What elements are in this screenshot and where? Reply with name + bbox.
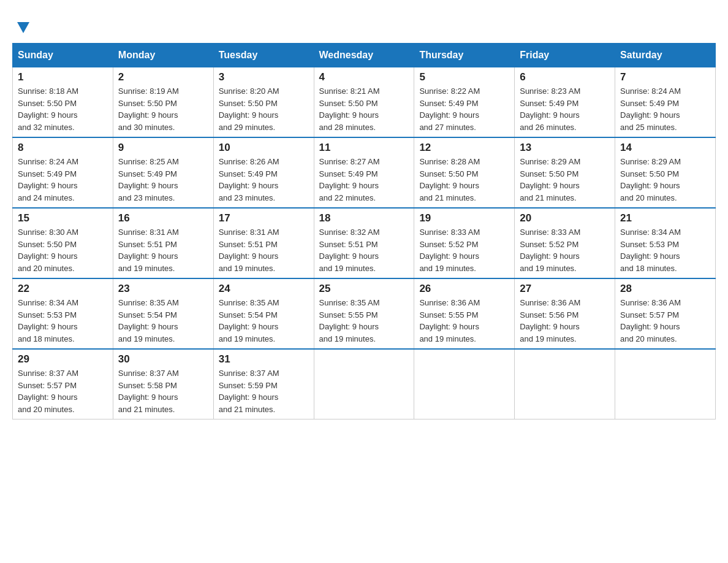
header-friday: Friday xyxy=(515,44,615,67)
table-row: 21 Sunrise: 8:34 AM Sunset: 5:53 PM Dayl… xyxy=(615,208,716,278)
day-info: Sunrise: 8:31 AM Sunset: 5:51 PM Dayligh… xyxy=(219,226,309,274)
logo-arrow-icon xyxy=(15,20,32,37)
daylight2-text: and 21 minutes. xyxy=(219,405,276,414)
header-thursday: Thursday xyxy=(414,44,515,67)
daylight2-text: and 28 minutes. xyxy=(319,123,376,132)
table-row: 30 Sunrise: 8:37 AM Sunset: 5:58 PM Dayl… xyxy=(113,349,213,419)
table-row: 20 Sunrise: 8:33 AM Sunset: 5:52 PM Dayl… xyxy=(515,208,615,278)
day-info: Sunrise: 8:35 AM Sunset: 5:54 PM Dayligh… xyxy=(219,297,309,345)
table-row: 28 Sunrise: 8:36 AM Sunset: 5:57 PM Dayl… xyxy=(615,278,716,349)
day-info: Sunrise: 8:24 AM Sunset: 5:49 PM Dayligh… xyxy=(18,156,108,204)
table-row: 12 Sunrise: 8:28 AM Sunset: 5:50 PM Dayl… xyxy=(414,137,515,208)
daylight2-text: and 27 minutes. xyxy=(419,123,476,132)
day-number: 27 xyxy=(520,283,610,295)
daylight2-text: and 18 minutes. xyxy=(18,334,75,343)
daylight-text: Daylight: 9 hours xyxy=(319,251,379,261)
daylight-text: Daylight: 9 hours xyxy=(520,110,580,120)
day-info: Sunrise: 8:26 AM Sunset: 5:49 PM Dayligh… xyxy=(219,156,309,204)
day-number: 3 xyxy=(219,71,309,83)
table-row: 19 Sunrise: 8:33 AM Sunset: 5:52 PM Dayl… xyxy=(414,208,515,278)
calendar-week-row: 8 Sunrise: 8:24 AM Sunset: 5:49 PM Dayli… xyxy=(13,137,716,208)
daylight-text: Daylight: 9 hours xyxy=(18,181,78,190)
daylight2-text: and 23 minutes. xyxy=(118,193,175,202)
daylight2-text: and 21 minutes. xyxy=(118,405,175,414)
daylight2-text: and 20 minutes. xyxy=(18,264,75,273)
table-row: 1 Sunrise: 8:18 AM Sunset: 5:50 PM Dayli… xyxy=(13,67,113,138)
day-number: 21 xyxy=(620,212,710,224)
day-number: 29 xyxy=(18,353,108,366)
day-info: Sunrise: 8:23 AM Sunset: 5:49 PM Dayligh… xyxy=(520,85,610,133)
daylight-text: Daylight: 9 hours xyxy=(118,181,178,190)
sunrise-text: Sunrise: 8:33 AM xyxy=(520,228,580,237)
day-number: 22 xyxy=(18,283,108,295)
sunset-text: Sunset: 5:50 PM xyxy=(620,169,679,178)
sunset-text: Sunset: 5:50 PM xyxy=(118,99,177,108)
daylight-text: Daylight: 9 hours xyxy=(18,110,78,120)
sunrise-text: Sunrise: 8:34 AM xyxy=(620,228,681,237)
table-row: 3 Sunrise: 8:20 AM Sunset: 5:50 PM Dayli… xyxy=(213,67,314,138)
daylight2-text: and 19 minutes. xyxy=(219,264,276,273)
daylight-text: Daylight: 9 hours xyxy=(520,322,580,331)
header-tuesday: Tuesday xyxy=(213,44,314,67)
sunset-text: Sunset: 5:49 PM xyxy=(520,99,578,108)
daylight2-text: and 20 minutes. xyxy=(18,405,75,414)
header-monday: Monday xyxy=(113,44,213,67)
daylight-text: Daylight: 9 hours xyxy=(118,322,178,331)
page-header xyxy=(12,12,716,37)
day-info: Sunrise: 8:30 AM Sunset: 5:50 PM Dayligh… xyxy=(18,226,108,274)
day-info: Sunrise: 8:29 AM Sunset: 5:50 PM Dayligh… xyxy=(520,156,610,204)
header-sunday: Sunday xyxy=(13,44,113,67)
sunrise-text: Sunrise: 8:20 AM xyxy=(219,86,279,96)
table-row: 14 Sunrise: 8:29 AM Sunset: 5:50 PM Dayl… xyxy=(615,137,716,208)
daylight2-text: and 24 minutes. xyxy=(18,193,75,202)
daylight2-text: and 25 minutes. xyxy=(620,123,677,132)
day-info: Sunrise: 8:31 AM Sunset: 5:51 PM Dayligh… xyxy=(118,226,208,274)
daylight-text: Daylight: 9 hours xyxy=(219,393,279,402)
daylight-text: Daylight: 9 hours xyxy=(419,181,479,190)
daylight-text: Daylight: 9 hours xyxy=(419,251,479,261)
daylight-text: Daylight: 9 hours xyxy=(118,393,178,402)
day-number: 15 xyxy=(18,212,108,224)
sunset-text: Sunset: 5:50 PM xyxy=(18,240,77,249)
day-info: Sunrise: 8:36 AM Sunset: 5:55 PM Dayligh… xyxy=(419,297,509,345)
sunrise-text: Sunrise: 8:36 AM xyxy=(620,298,681,307)
day-info: Sunrise: 8:27 AM Sunset: 5:49 PM Dayligh… xyxy=(319,156,409,204)
day-number: 20 xyxy=(520,212,610,224)
daylight2-text: and 19 minutes. xyxy=(219,334,276,343)
daylight2-text: and 23 minutes. xyxy=(219,193,276,202)
daylight-text: Daylight: 9 hours xyxy=(18,251,78,261)
day-info: Sunrise: 8:33 AM Sunset: 5:52 PM Dayligh… xyxy=(419,226,509,274)
sunrise-text: Sunrise: 8:36 AM xyxy=(419,298,480,307)
calendar-table: Sunday Monday Tuesday Wednesday Thursday… xyxy=(12,43,716,419)
daylight-text: Daylight: 9 hours xyxy=(118,251,178,261)
sunset-text: Sunset: 5:50 PM xyxy=(520,169,578,178)
sunrise-text: Sunrise: 8:37 AM xyxy=(219,369,279,378)
sunset-text: Sunset: 5:51 PM xyxy=(118,240,177,249)
day-info: Sunrise: 8:18 AM Sunset: 5:50 PM Dayligh… xyxy=(18,85,108,133)
daylight-text: Daylight: 9 hours xyxy=(219,181,279,190)
daylight-text: Daylight: 9 hours xyxy=(319,110,379,120)
sunset-text: Sunset: 5:58 PM xyxy=(118,381,177,390)
table-row: 31 Sunrise: 8:37 AM Sunset: 5:59 PM Dayl… xyxy=(213,349,314,419)
daylight-text: Daylight: 9 hours xyxy=(620,181,680,190)
sunrise-text: Sunrise: 8:35 AM xyxy=(319,298,380,307)
table-row: 8 Sunrise: 8:24 AM Sunset: 5:49 PM Dayli… xyxy=(13,137,113,208)
table-row: 23 Sunrise: 8:35 AM Sunset: 5:54 PM Dayl… xyxy=(113,278,213,349)
day-info: Sunrise: 8:36 AM Sunset: 5:57 PM Dayligh… xyxy=(620,297,710,345)
sunset-text: Sunset: 5:50 PM xyxy=(18,99,77,108)
daylight-text: Daylight: 9 hours xyxy=(118,110,178,120)
daylight-text: Daylight: 9 hours xyxy=(219,322,279,331)
day-number: 7 xyxy=(620,71,710,83)
calendar-header-row: Sunday Monday Tuesday Wednesday Thursday… xyxy=(13,44,716,67)
table-row: 11 Sunrise: 8:27 AM Sunset: 5:49 PM Dayl… xyxy=(314,137,414,208)
sunset-text: Sunset: 5:49 PM xyxy=(18,169,77,178)
daylight-text: Daylight: 9 hours xyxy=(219,251,279,261)
table-row: 24 Sunrise: 8:35 AM Sunset: 5:54 PM Dayl… xyxy=(213,278,314,349)
table-row: 10 Sunrise: 8:26 AM Sunset: 5:49 PM Dayl… xyxy=(213,137,314,208)
daylight-text: Daylight: 9 hours xyxy=(319,322,379,331)
table-row: 22 Sunrise: 8:34 AM Sunset: 5:53 PM Dayl… xyxy=(13,278,113,349)
daylight2-text: and 19 minutes. xyxy=(319,264,376,273)
daylight-text: Daylight: 9 hours xyxy=(419,110,479,120)
sunset-text: Sunset: 5:56 PM xyxy=(520,310,578,320)
day-info: Sunrise: 8:21 AM Sunset: 5:50 PM Dayligh… xyxy=(319,85,409,133)
